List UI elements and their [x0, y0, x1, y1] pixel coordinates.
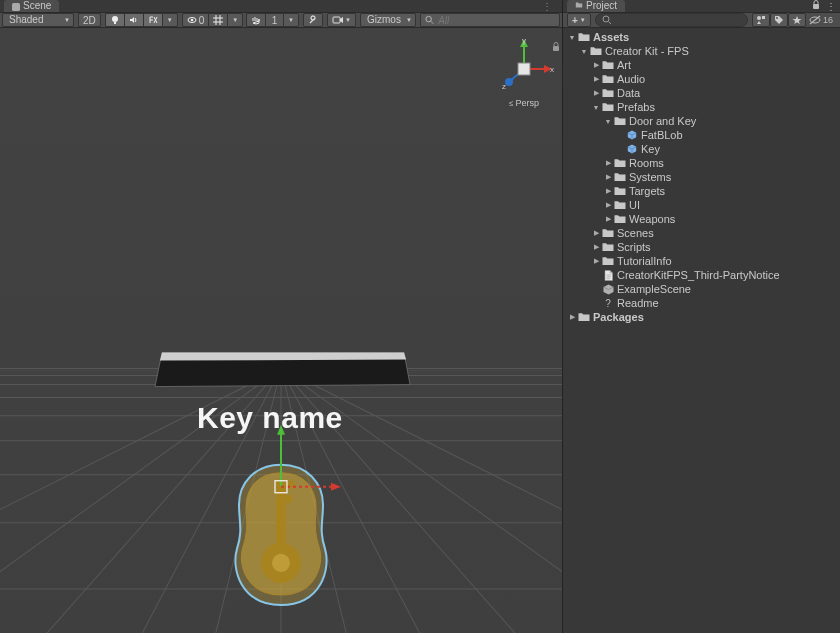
lighting-toggle[interactable]: [105, 13, 124, 27]
foldout-toggle[interactable]: ▶: [591, 89, 601, 97]
gizmos-label: Gizmos: [367, 13, 401, 27]
tab-scene[interactable]: Scene: [4, 0, 59, 12]
chevron-down-icon: ▼: [232, 17, 238, 23]
foldout-toggle[interactable]: ▶: [603, 173, 613, 181]
svg-marker-57: [757, 21, 761, 24]
svg-rect-0: [12, 3, 20, 11]
shading-mode-dropdown[interactable]: Shaded ▼: [2, 13, 74, 27]
foldout-toggle[interactable]: ▶: [591, 229, 601, 237]
svg-rect-56: [762, 16, 765, 19]
foldout-toggle[interactable]: ▼: [603, 118, 613, 125]
tree-row[interactable]: ▶Data: [563, 86, 840, 100]
folder-icon: [589, 45, 603, 57]
tree-row[interactable]: ▶UI: [563, 198, 840, 212]
project-tree[interactable]: ▼Assets▼Creator Kit - FPS▶Art▶Audio▶Data…: [563, 28, 840, 633]
scene-viewport[interactable]: y x z ≤ Persp Key name: [0, 28, 562, 633]
svg-rect-38: [276, 495, 292, 503]
camera-icon: [332, 15, 344, 25]
camera-projection-label[interactable]: ≤ Persp: [494, 98, 554, 108]
scene-tab-icon: [12, 2, 20, 10]
lock-toggle[interactable]: [812, 0, 820, 12]
foldout-toggle[interactable]: ▶: [591, 75, 601, 83]
grid-dropdown[interactable]: ▼: [227, 13, 243, 27]
svg-marker-59: [792, 16, 801, 24]
svg-rect-2: [114, 22, 116, 24]
tab-project[interactable]: Project: [567, 0, 625, 12]
tree-row[interactable]: ExampleScene: [563, 282, 840, 296]
save-search-button[interactable]: [788, 13, 806, 27]
svg-rect-37: [276, 481, 294, 489]
grid-step-input[interactable]: 1: [265, 13, 283, 27]
scene-search[interactable]: [420, 13, 560, 27]
tree-row[interactable]: ▶Art: [563, 58, 840, 72]
foldout-toggle[interactable]: ▼: [567, 34, 577, 41]
foldout-toggle[interactable]: ▶: [603, 159, 613, 167]
tree-row[interactable]: Key: [563, 142, 840, 156]
grid-toggle[interactable]: [208, 13, 227, 27]
hand-icon: [251, 15, 261, 25]
scene-toolbar: Shaded ▼ 2D ▼: [0, 12, 562, 28]
scene-visibility-toggle[interactable]: 0: [182, 13, 209, 27]
project-search-input[interactable]: [616, 14, 741, 27]
search-by-label-button[interactable]: [770, 13, 788, 27]
svg-line-54: [608, 22, 611, 25]
scene-tab-options[interactable]: ⋮: [536, 1, 558, 12]
tree-item-label: Targets: [627, 185, 665, 197]
svg-point-53: [603, 16, 609, 22]
tree-row[interactable]: ▼Prefabs: [563, 100, 840, 114]
tree-row[interactable]: ▶Packages: [563, 310, 840, 324]
tree-row[interactable]: ▶Targets: [563, 184, 840, 198]
grid-step-dropdown[interactable]: ▼: [283, 13, 299, 27]
tree-row[interactable]: CreatorKitFPS_Third-PartyNotice: [563, 268, 840, 282]
tree-row[interactable]: ▼Door and Key: [563, 114, 840, 128]
foldout-toggle[interactable]: ▶: [591, 243, 601, 251]
foldout-toggle[interactable]: ▼: [591, 104, 601, 111]
tree-row[interactable]: ▶Systems: [563, 170, 840, 184]
panel-options[interactable]: ⋮: [826, 1, 836, 12]
lightbulb-icon: [110, 15, 120, 25]
fx-dropdown[interactable]: ▼: [162, 13, 178, 27]
tree-row[interactable]: FatBLob: [563, 128, 840, 142]
tree-row[interactable]: ▼Creator Kit - FPS: [563, 44, 840, 58]
tree-item-label: FatBLob: [639, 129, 683, 141]
svg-rect-6: [333, 17, 340, 23]
tree-row[interactable]: ▶Scripts: [563, 240, 840, 254]
tree-item-label: CreatorKitFPS_Third-PartyNotice: [615, 269, 780, 281]
foldout-toggle[interactable]: ▶: [567, 313, 577, 321]
tools-button[interactable]: [303, 13, 323, 27]
camera-mode-button[interactable]: [246, 13, 265, 27]
gizmos-dropdown[interactable]: Gizmos ▼: [360, 13, 416, 27]
tree-row[interactable]: ▶Scenes: [563, 226, 840, 240]
foldout-toggle[interactable]: ▶: [603, 187, 613, 195]
tree-row[interactable]: ▶Weapons: [563, 212, 840, 226]
folder-icon: [613, 213, 627, 225]
lock-icon[interactable]: [552, 42, 560, 52]
tree-row[interactable]: ▶TutorialInfo: [563, 254, 840, 268]
tree-row[interactable]: ▼Assets: [563, 30, 840, 44]
fx-toggle[interactable]: [143, 13, 162, 27]
hidden-count-value: 16: [823, 15, 833, 25]
hidden-items-counter[interactable]: 16: [806, 15, 836, 25]
audio-toggle[interactable]: [124, 13, 143, 27]
tools-icon: [308, 15, 318, 25]
foldout-toggle[interactable]: ▶: [603, 201, 613, 209]
folder-icon: [577, 31, 591, 43]
scene-search-input[interactable]: [436, 14, 555, 27]
orientation-gizmo[interactable]: y x z ≤ Persp: [494, 36, 554, 108]
foldout-toggle[interactable]: ▶: [603, 215, 613, 223]
tree-item-label: Scenes: [615, 227, 654, 239]
unknown-icon: ?: [601, 297, 615, 309]
project-search[interactable]: [595, 13, 748, 27]
tree-item-label: TutorialInfo: [615, 255, 672, 267]
create-asset-button[interactable]: + ▼: [567, 13, 591, 27]
tree-row[interactable]: ?Readme: [563, 296, 840, 310]
prefab-icon: [625, 143, 639, 155]
foldout-toggle[interactable]: ▶: [591, 61, 601, 69]
tree-row[interactable]: ▶Rooms: [563, 156, 840, 170]
foldout-toggle[interactable]: ▶: [591, 257, 601, 265]
2d-toggle[interactable]: 2D: [78, 13, 101, 27]
search-by-type-button[interactable]: [752, 13, 770, 27]
foldout-toggle[interactable]: ▼: [579, 48, 589, 55]
tree-row[interactable]: ▶Audio: [563, 72, 840, 86]
camera-settings-button[interactable]: ▼: [327, 13, 356, 27]
